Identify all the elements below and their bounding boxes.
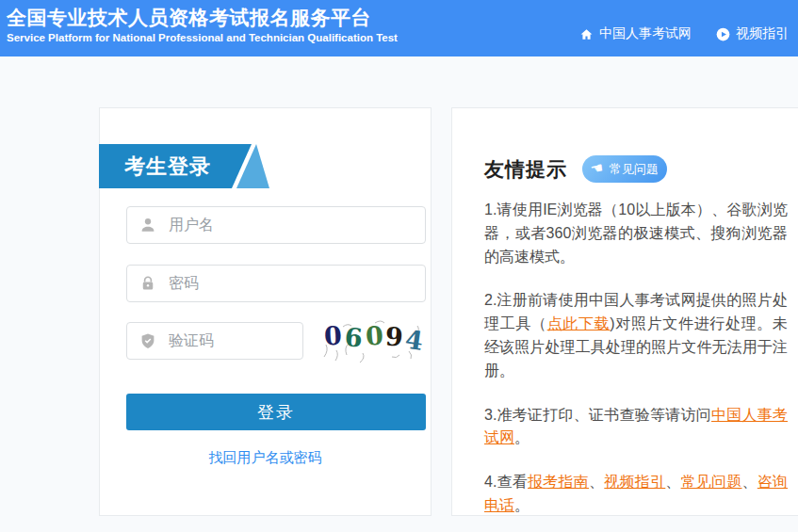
captcha-digit: 4 bbox=[403, 325, 428, 357]
header-nav: 中国人事考试网 视频指引 bbox=[579, 24, 789, 43]
faq-button[interactable]: ☚ 常见问题 bbox=[582, 155, 667, 183]
captcha-field-wrap bbox=[126, 322, 303, 360]
nav-label: 中国人事考试网 bbox=[599, 25, 692, 42]
tip-text: 、 bbox=[665, 474, 680, 490]
login-panel-ribbon: 考生登录 bbox=[99, 144, 278, 188]
captcha-digit: 0 bbox=[365, 320, 387, 350]
site-subtitle: Service Platform for National Profession… bbox=[7, 32, 398, 43]
nav-label: 视频指引 bbox=[736, 25, 789, 42]
username-input[interactable] bbox=[126, 206, 426, 244]
tip-link[interactable]: 常见问题 bbox=[681, 474, 742, 490]
password-field-wrap bbox=[126, 265, 426, 302]
forgot-credentials-link[interactable]: 找回用户名或密码 bbox=[100, 449, 431, 467]
tip-item: 2.注册前请使用中国人事考试网提供的照片处理工具（点此下载)对照片文件进行处理。… bbox=[484, 289, 788, 382]
tip-link[interactable]: 视频指引 bbox=[604, 474, 665, 490]
tip-text: 。 bbox=[514, 497, 529, 513]
tip-link[interactable]: 报考指南 bbox=[528, 474, 589, 490]
login-button[interactable]: 登录 bbox=[126, 394, 426, 430]
site-title: 全国专业技术人员资格考试报名服务平台 bbox=[7, 5, 371, 31]
password-input[interactable] bbox=[126, 265, 426, 302]
login-panel-title: 考生登录 bbox=[99, 144, 252, 188]
play-circle-icon bbox=[716, 27, 730, 41]
captcha-digit: 6 bbox=[344, 322, 366, 352]
header: 全国专业技术人员资格考试报名服务平台 Service Platform for … bbox=[0, 0, 798, 56]
captcha-image[interactable]: 06094 bbox=[318, 314, 426, 368]
captcha-digit: 0 bbox=[323, 320, 345, 350]
tip-text: 。 bbox=[514, 429, 529, 445]
nav-video-guide[interactable]: 视频指引 bbox=[716, 25, 789, 42]
tips-header: 友情提示 ☚ 常见问题 bbox=[484, 155, 667, 183]
pointing-hand-icon: ☚ bbox=[590, 161, 605, 177]
tip-link[interactable]: 点此下载 bbox=[547, 315, 611, 331]
tip-text: 4.查看 bbox=[484, 474, 528, 490]
tip-text: 1.请使用IE浏览器（10以上版本）、谷歌浏览器，或者360浏览器的极速模式、搜… bbox=[484, 202, 788, 265]
tips-panel: 友情提示 ☚ 常见问题 1.请使用IE浏览器（10以上版本）、谷歌浏览器，或者3… bbox=[451, 107, 798, 516]
tip-text: 、 bbox=[742, 474, 757, 490]
tip-text: 3.准考证打印、证书查验等请访问 bbox=[484, 407, 711, 423]
tips-list: 1.请使用IE浏览器（10以上版本）、谷歌浏览器，或者360浏览器的极速模式、搜… bbox=[484, 199, 788, 532]
faq-button-label: 常见问题 bbox=[610, 161, 659, 178]
tip-item: 4.查看报考指南、视频指引、常见问题、咨询电话。 bbox=[484, 471, 788, 518]
login-panel: 考生登录 bbox=[99, 107, 432, 516]
captcha-digits: 06094 bbox=[324, 321, 420, 350]
tip-item: 1.请使用IE浏览器（10以上版本）、谷歌浏览器，或者360浏览器的极速模式、搜… bbox=[484, 199, 788, 268]
nav-cpta-site[interactable]: 中国人事考试网 bbox=[579, 25, 692, 42]
tip-text: 、 bbox=[589, 474, 604, 490]
username-field-wrap bbox=[126, 206, 426, 244]
page: 全国专业技术人员资格考试报名服务平台 Service Platform for … bbox=[0, 0, 798, 532]
home-icon bbox=[579, 27, 594, 41]
captcha-input[interactable] bbox=[126, 322, 303, 360]
tips-title: 友情提示 bbox=[484, 156, 567, 183]
tip-item: 3.准考证打印、证书查验等请访问中国人事考试网。 bbox=[484, 404, 788, 451]
